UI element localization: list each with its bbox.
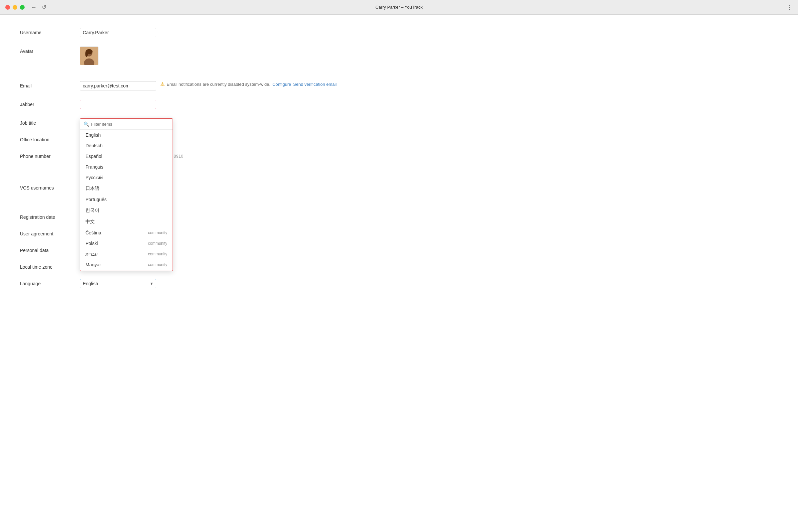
jabber-row: Jabber	[20, 100, 379, 109]
jabber-field	[80, 100, 379, 109]
language-name: 中文	[86, 219, 95, 225]
language-name: Português	[86, 197, 107, 202]
minimize-button[interactable]	[13, 5, 17, 10]
email-warning-text: Email notifications are currently disabl…	[167, 82, 270, 87]
personal-data-row: Personal data	[20, 246, 379, 253]
language-row: Language English ▼	[20, 279, 379, 288]
reload-button[interactable]: ↺	[42, 4, 46, 10]
language-name: Polski	[86, 241, 98, 246]
svg-point-4	[85, 51, 88, 57]
close-button[interactable]	[5, 5, 10, 10]
list-item[interactable]: עבריתcommunity	[80, 249, 173, 259]
local-time-zone-label: Local time zone	[20, 262, 80, 270]
list-item[interactable]: 日本語	[80, 183, 173, 194]
list-item[interactable]: Français	[80, 162, 173, 172]
back-button[interactable]: ←	[31, 4, 37, 10]
language-name: Español	[86, 154, 102, 159]
window-controls	[5, 5, 25, 10]
language-badge: community	[148, 262, 167, 267]
avatar-field	[80, 46, 379, 65]
language-badge: community	[148, 241, 167, 246]
language-name: Français	[86, 164, 103, 170]
list-item[interactable]: English	[80, 130, 173, 140]
registration-date-label: Registration date	[20, 212, 80, 220]
configure-link[interactable]: Configure	[272, 82, 291, 87]
language-name: Čeština	[86, 230, 101, 235]
language-list: EnglishDeutschEspañolFrançaisРусский日本語P…	[80, 130, 173, 269]
email-warning-message: ⚠ Email notifications are currently disa…	[160, 81, 337, 87]
list-item[interactable]: Polskicommunity	[80, 238, 173, 249]
email-field: ⚠ Email notifications are currently disa…	[80, 81, 379, 91]
job-title-row: Job title 🔍 EnglishDeutschEspañolFrançai…	[20, 118, 379, 126]
language-name: Deutsch	[86, 143, 102, 148]
list-item[interactable]: Deutsch	[80, 140, 173, 151]
page-title: Carry Parker – YouTrack	[375, 5, 423, 10]
job-title-label: Job title	[20, 118, 80, 126]
language-field: English ▼	[80, 279, 379, 288]
list-item[interactable]: Magyarcommunity	[80, 259, 173, 269]
avatar-label: Avatar	[20, 46, 80, 54]
office-location-label: Office location	[20, 135, 80, 142]
language-name: Русский	[86, 175, 103, 180]
language-name: 日本語	[86, 186, 99, 191]
dropdown-filter-row: 🔍	[80, 119, 173, 130]
avatar[interactable]	[80, 46, 98, 65]
profile-form: Username Avatar	[0, 15, 399, 311]
list-item[interactable]: Español	[80, 151, 173, 162]
language-select[interactable]: English	[80, 279, 156, 288]
search-icon: 🔍	[83, 121, 89, 127]
personal-data-label: Personal data	[20, 246, 80, 253]
language-name: English	[86, 132, 101, 138]
username-field	[80, 28, 379, 37]
verify-link[interactable]: Send verification email	[293, 82, 337, 87]
warning-icon: ⚠	[160, 81, 165, 87]
more-button[interactable]: ⋮	[787, 4, 793, 11]
list-item[interactable]: Português	[80, 194, 173, 205]
user-agreement-row: User agreement 2020 7:30:11 PM	[20, 229, 379, 236]
maximize-button[interactable]	[20, 5, 25, 10]
username-label: Username	[20, 28, 80, 35]
phone-number-row: Phone number national country code, for …	[20, 152, 379, 174]
list-item[interactable]: Русский	[80, 172, 173, 183]
language-name: 한국어	[86, 208, 99, 213]
vcs-usernames-label: VCS usernames	[20, 183, 80, 191]
email-label: Email	[20, 81, 80, 89]
jabber-input[interactable]	[80, 100, 156, 109]
list-item[interactable]: 한국어	[80, 205, 173, 216]
vcs-usernames-row: VCS usernames	[20, 183, 379, 203]
user-agreement-label: User agreement	[20, 229, 80, 236]
phone-number-label: Phone number	[20, 152, 80, 159]
language-badge: community	[148, 230, 167, 235]
language-select-wrapper: English ▼	[80, 279, 156, 288]
username-row: Username	[20, 28, 379, 37]
language-name: עברית	[86, 251, 98, 257]
language-badge: community	[148, 252, 167, 256]
jabber-label: Jabber	[20, 100, 80, 107]
language-name: Magyar	[86, 262, 101, 267]
avatar-image	[80, 46, 98, 65]
list-item[interactable]: Češtinacommunity	[80, 227, 173, 238]
email-row: Email ⚠ Email notifications are currentl…	[20, 81, 379, 91]
language-label: Language	[20, 279, 80, 286]
local-time-zone-row: Local time zone	[20, 262, 379, 270]
list-item[interactable]: 中文	[80, 216, 173, 227]
username-input[interactable]	[80, 28, 156, 37]
registration-date-row: Registration date	[20, 212, 379, 220]
avatar-row: Avatar	[20, 46, 379, 65]
titlebar: ← ↺ Carry Parker – YouTrack ⋮	[0, 0, 798, 15]
language-dropdown-popup: 🔍 EnglishDeutschEspañolFrançaisРусский日本…	[80, 118, 173, 271]
nav-controls: ← ↺	[31, 4, 46, 10]
email-input[interactable]	[80, 81, 156, 91]
main-scroll[interactable]: Username Avatar	[0, 15, 798, 532]
office-location-row: Office location	[20, 135, 379, 142]
dropdown-filter-input[interactable]	[91, 122, 169, 127]
